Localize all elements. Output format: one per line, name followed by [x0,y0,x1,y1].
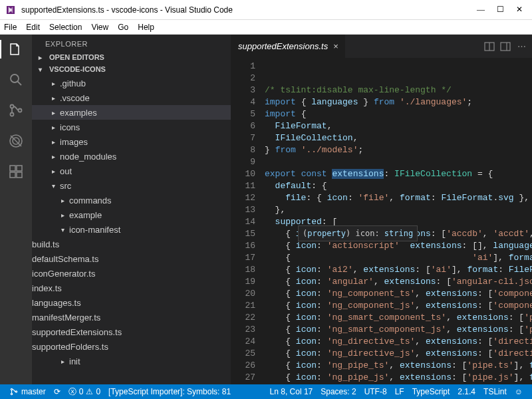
status-cursor[interactable]: Ln 8, Col 17 [266,387,317,396]
git-icon[interactable] [7,101,25,120]
folder-example[interactable]: ▸example [32,207,231,222]
folder-examples[interactable]: ▸examples [32,105,231,120]
file-tree: ▸.github ▸.vscode ▸examples ▸icons ▸imag… [32,76,231,384]
svg-point-2 [11,105,14,108]
file-index-ts[interactable]: index.ts [32,281,231,295]
folder-init[interactable]: ▸init [32,354,231,368]
file-supported-folders[interactable]: supportedFolders.ts [32,339,231,354]
folder-src[interactable]: ▾src [32,178,231,193]
folder-github[interactable]: ▸.github [32,76,231,90]
menu-selection[interactable]: Selection [49,23,82,32]
svg-point-3 [11,113,14,116]
folder-commands[interactable]: ▸commands [32,193,231,207]
svg-line-1 [18,82,22,86]
code-content[interactable]: /* tslint:disable max-line-length */impo… [265,58,532,384]
hover-tooltip: (property) icon: string [298,225,418,241]
menu-go[interactable]: Go [118,23,128,32]
section-label: OPEN EDITORS [49,53,104,61]
tab-supported-extensions[interactable]: supportedExtensions.ts × [231,35,346,58]
explorer-sidebar: EXPLORER ▸ OPEN EDITORS ▾ VSCODE-ICONS ▸… [32,35,231,384]
svg-rect-11 [17,172,22,178]
sidebar-title: EXPLORER [32,35,231,52]
svg-rect-10 [10,172,15,178]
svg-point-18 [15,391,17,392]
menu-bar: File Edit Selection View Go Help [0,20,532,35]
main-area: EXPLORER ▸ OPEN EDITORS ▾ VSCODE-ICONS ▸… [0,35,532,384]
svg-point-0 [11,74,19,82]
file-supported-extensions[interactable]: supportedExtensions.ts [32,325,231,339]
folder-icons[interactable]: ▸icons [32,120,231,134]
folder-icon-manifest[interactable]: ▾icon-manifest [32,222,231,237]
file-languages-ts[interactable]: languages.ts [32,295,231,310]
chevron-right-icon: ▸ [39,54,47,61]
folder-vscode[interactable]: ▸.vscode [32,90,231,105]
activity-bar [0,35,32,384]
svg-rect-14 [501,43,510,51]
debug-icon[interactable] [7,132,25,150]
status-tslint[interactable]: TSLint [479,387,511,396]
vscode-logo-icon [5,5,16,15]
extensions-icon[interactable] [7,162,25,181]
svg-point-4 [19,109,22,112]
window-controls: — ☐ ✕ [477,5,527,15]
status-encoding[interactable]: UTF-8 [360,387,391,396]
status-errors[interactable]: ⓧ0 ⚠0 [65,386,104,398]
section-label: VSCODE-ICONS [49,65,106,73]
svg-rect-9 [17,166,22,171]
toggle-panel-icon[interactable] [499,40,512,53]
status-version[interactable]: 2.1.4 [454,387,479,396]
editor-tabs: supportedExtensions.ts × ⋯ [231,35,532,58]
file-manifest-merger[interactable]: manifestMerger.ts [32,310,231,325]
status-spaces[interactable]: Spaces: 2 [317,387,360,396]
search-icon[interactable] [7,70,25,89]
close-button[interactable]: ✕ [516,5,523,15]
svg-point-17 [11,393,12,394]
close-icon[interactable]: × [333,41,338,51]
tab-label: supportedExtensions.ts [238,41,328,51]
status-bar: master ⟳ ⓧ0 ⚠0 [TypeScript Importer]: Sy… [0,384,532,399]
editor-area: supportedExtensions.ts × ⋯ 1234567891011… [231,35,532,384]
file-default-schema[interactable]: defaultSchema.ts [32,251,231,266]
svg-rect-8 [10,166,15,171]
section-project[interactable]: ▾ VSCODE-ICONS [32,64,231,76]
window-title: supportedExtensions.ts - vscode-icons - … [21,5,477,15]
svg-point-16 [11,388,12,390]
folder-out[interactable]: ▸out [32,164,231,178]
status-git-branch[interactable]: master [5,387,50,396]
folder-images[interactable]: ▸images [32,134,231,149]
menu-view[interactable]: View [91,23,108,32]
menu-file[interactable]: File [4,23,17,32]
status-eol[interactable]: LF [391,387,408,396]
more-icon[interactable]: ⋯ [515,40,528,53]
status-language[interactable]: TypeScript [408,387,454,396]
maximize-button[interactable]: ☐ [497,5,504,15]
status-feedback-icon[interactable]: ☺ [511,387,527,396]
explorer-icon[interactable] [7,40,25,59]
split-editor-icon[interactable] [483,40,496,53]
file-icon-generator[interactable]: iconGenerator.ts [32,266,231,281]
minimize-button[interactable]: — [477,5,485,15]
section-open-editors[interactable]: ▸ OPEN EDITORS [32,52,231,64]
code-editor[interactable]: 1234567891011121314151617181920212223242… [231,58,532,384]
line-gutter: 1234567891011121314151617181920212223242… [231,58,265,384]
status-sync[interactable]: ⟳ [50,387,65,396]
folder-node-modules[interactable]: ▸node_modules [32,149,231,164]
status-ts-importer[interactable]: [TypeScript Importer]: Symbols: 81 [104,387,235,396]
menu-help[interactable]: Help [138,23,154,32]
chevron-down-icon: ▾ [39,66,47,73]
window-titlebar: supportedExtensions.ts - vscode-icons - … [0,0,532,20]
menu-edit[interactable]: Edit [26,23,40,32]
file-build-ts[interactable]: build.ts [32,237,231,251]
